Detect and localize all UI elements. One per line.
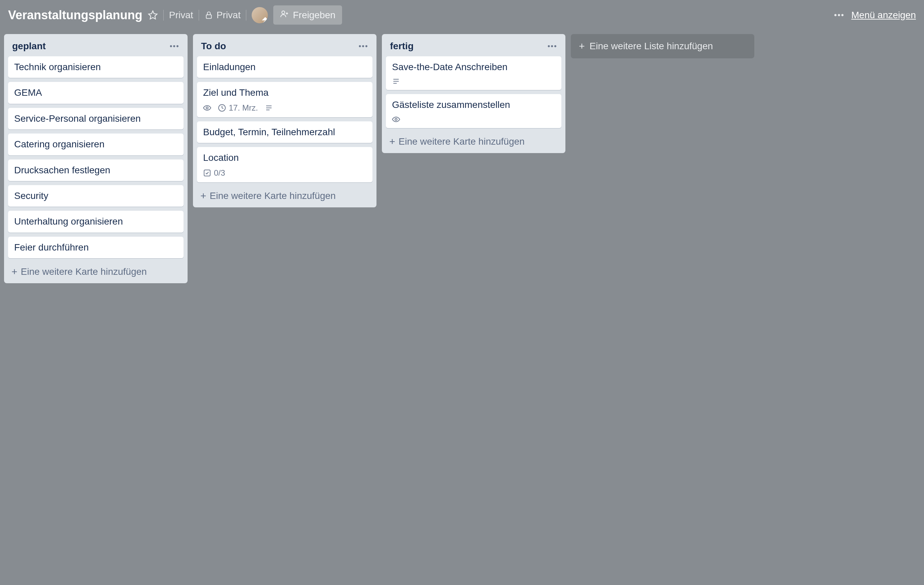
card[interactable]: Catering organisieren [8, 133, 183, 155]
card[interactable]: Security [8, 185, 183, 207]
card-title: Gästeliste zusammenstellen [392, 99, 555, 111]
svg-marker-0 [149, 11, 157, 19]
board-title[interactable]: Veranstaltungsplanung [8, 8, 142, 22]
card[interactable]: GEMA [8, 82, 183, 104]
watch-icon [203, 104, 211, 112]
list-header: fertig ••• [386, 39, 561, 56]
description-icon [392, 77, 400, 85]
plus-icon: + [12, 267, 18, 277]
watch-icon [392, 115, 400, 124]
svg-rect-1 [206, 15, 211, 18]
card[interactable]: Ziel und Thema 17. Mrz. [197, 82, 373, 117]
list-title[interactable]: To do [201, 41, 226, 51]
card-title: Catering organisieren [14, 138, 177, 150]
card-title: GEMA [14, 87, 177, 99]
list-header: geplant ••• [8, 39, 183, 56]
card[interactable]: Drucksachen festlegen [8, 160, 183, 181]
card-title: Einladungen [203, 61, 366, 73]
list-fertig: fertig ••• Save-the-Date Anschreiben Gäs… [382, 34, 565, 153]
card[interactable]: Einladungen [197, 56, 373, 78]
add-list-button[interactable]: + Eine weitere Liste hinzufügen [571, 34, 754, 58]
header-divider [246, 10, 246, 21]
board: geplant ••• Technik organisieren GEMA Se… [0, 30, 924, 287]
plus-icon: + [200, 191, 206, 201]
svg-rect-10 [204, 170, 210, 176]
card[interactable]: Technik organisieren [8, 56, 183, 78]
add-card-button[interactable]: + Eine weitere Karte hinzufügen [8, 262, 183, 278]
add-card-button[interactable]: + Eine weitere Karte hinzufügen [197, 186, 373, 203]
lock-icon [205, 11, 213, 20]
list-header: To do ••• [197, 39, 373, 56]
more-icon[interactable]: ••• [834, 10, 845, 20]
list-geplant: geplant ••• Technik organisieren GEMA Se… [4, 34, 188, 283]
card-badges [392, 77, 555, 85]
checklist-badge: 0/3 [203, 168, 225, 178]
card-title: Unterhaltung organisieren [14, 216, 177, 227]
card[interactable]: Save-the-Date Anschreiben [386, 56, 561, 90]
avatar[interactable] [252, 7, 268, 23]
list-todo: To do ••• Einladungen Ziel und Thema 17.… [193, 34, 376, 208]
card-badges: 0/3 [203, 168, 366, 178]
card[interactable]: Budget, Termin, Teilnehmerzahl [197, 121, 373, 143]
list-menu-icon[interactable]: ••• [359, 42, 368, 51]
card-title: Service-Personal organisieren [14, 113, 177, 125]
card-title: Ziel und Thema [203, 87, 366, 99]
card[interactable]: Service-Personal organisieren [8, 108, 183, 130]
card-title: Save-the-Date Anschreiben [392, 61, 555, 73]
description-icon [265, 104, 273, 112]
list-menu-icon[interactable]: ••• [170, 42, 180, 51]
card-badges: 17. Mrz. [203, 103, 366, 113]
board-header: Veranstaltungsplanung Privat Privat [0, 0, 924, 30]
share-button[interactable]: Freigeben [273, 5, 342, 25]
privacy-label[interactable]: Privat [205, 10, 241, 21]
add-card-button[interactable]: + Eine weitere Karte hinzufügen [386, 132, 561, 148]
card-badges [392, 115, 555, 124]
header-divider [199, 10, 199, 21]
header-right: ••• Menü anzeigen [834, 10, 916, 21]
show-menu-link[interactable]: Menü anzeigen [851, 10, 916, 21]
list-title[interactable]: geplant [12, 41, 46, 51]
list-title[interactable]: fertig [390, 41, 414, 51]
card-title: Feier durchführen [14, 241, 177, 254]
due-date-badge: 17. Mrz. [218, 103, 258, 113]
card-title: Security [14, 190, 177, 202]
svg-point-2 [282, 11, 285, 14]
card-title: Location [203, 152, 366, 164]
person-add-icon [280, 10, 289, 21]
card[interactable]: Location 0/3 [197, 147, 373, 182]
card-title: Drucksachen festlegen [14, 164, 177, 176]
plus-icon: + [389, 137, 395, 147]
card[interactable]: Unterhaltung organisieren [8, 211, 183, 232]
star-icon[interactable] [148, 10, 158, 20]
svg-point-14 [395, 119, 397, 120]
card-title: Budget, Termin, Teilnehmerzahl [203, 126, 366, 138]
svg-point-5 [206, 107, 208, 109]
list-menu-icon[interactable]: ••• [548, 42, 557, 51]
card[interactable]: Feier durchführen [8, 237, 183, 258]
card[interactable]: Gästeliste zusammenstellen [386, 94, 561, 128]
visibility-label[interactable]: Privat [169, 10, 193, 21]
plus-icon: + [579, 41, 585, 51]
card-title: Technik organisieren [14, 61, 177, 73]
